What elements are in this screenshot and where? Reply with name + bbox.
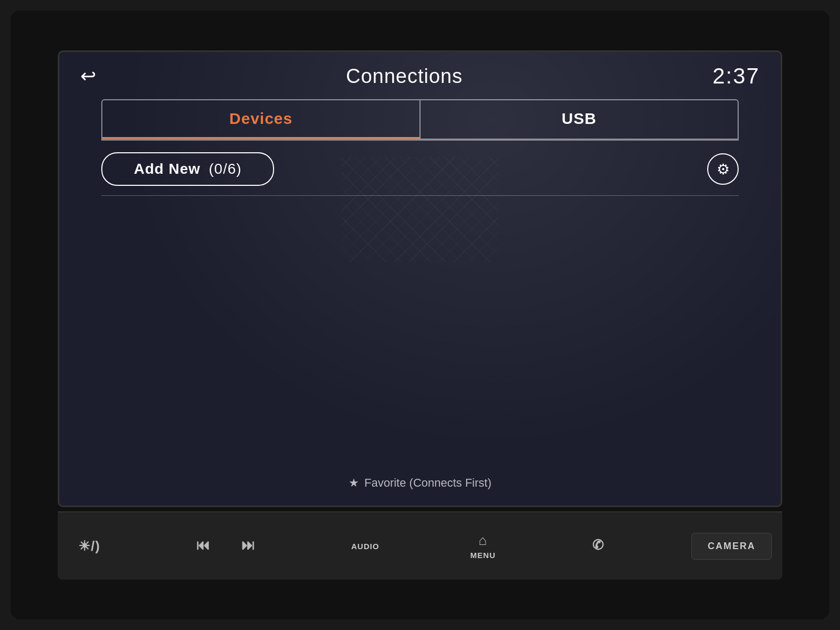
menu-button[interactable]: ⌂ MENU xyxy=(461,527,505,565)
hardware-bar: ☀/) ⏮ ⏭ AUDIO ⌂ MENU ✆ CAMERA xyxy=(58,511,782,580)
settings-icon: ⚙ xyxy=(717,161,730,178)
next-track-button[interactable]: ⏭ xyxy=(227,532,269,561)
home-icon: ⌂ xyxy=(479,532,488,549)
add-new-label: Add New xyxy=(134,161,201,177)
tab-bar: Devices USB xyxy=(101,99,739,140)
add-new-row: Add New (0/6) ⚙ xyxy=(101,152,739,186)
back-icon: ↩ xyxy=(80,65,96,87)
screen-title: Connections xyxy=(346,65,463,88)
phone-button[interactable]: ✆ xyxy=(577,532,619,561)
brightness-icon: ☀/) xyxy=(78,538,100,554)
prev-track-button[interactable]: ⏮ xyxy=(182,532,224,561)
main-content: ★ Favorite (Connects First) xyxy=(59,196,781,506)
tab-divider xyxy=(101,140,739,141)
tab-devices[interactable]: Devices xyxy=(102,100,419,139)
next-track-icon: ⏭ xyxy=(242,537,256,553)
phone-icon: ✆ xyxy=(592,537,604,553)
favorite-hint-text: Favorite (Connects First) xyxy=(364,476,491,490)
settings-button[interactable]: ⚙ xyxy=(707,153,739,185)
brightness-button[interactable]: ☀/) xyxy=(68,533,110,560)
tab-usb[interactable]: USB xyxy=(419,100,738,139)
add-new-button[interactable]: Add New (0/6) xyxy=(101,152,274,186)
camera-label: CAMERA xyxy=(708,541,755,552)
back-button[interactable]: ↩ xyxy=(80,67,96,86)
camera-button[interactable]: CAMERA xyxy=(691,533,772,560)
clock-display: 2:37 xyxy=(712,64,760,89)
header: ↩ Connections 2:37 xyxy=(59,52,781,94)
favorite-hint: ★ Favorite (Connects First) xyxy=(349,476,491,490)
star-icon: ★ xyxy=(349,476,359,490)
track-controls: ⏮ ⏭ xyxy=(182,532,269,561)
prev-track-icon: ⏮ xyxy=(196,537,211,553)
outer-frame: ↩ Connections 2:37 Devices USB Add New (… xyxy=(10,10,830,620)
menu-label: MENU xyxy=(470,551,496,560)
audio-label: AUDIO xyxy=(351,542,379,551)
add-new-count: (0/6) xyxy=(209,161,242,177)
audio-button[interactable]: AUDIO xyxy=(342,537,388,556)
screen: ↩ Connections 2:37 Devices USB Add New (… xyxy=(58,50,782,507)
